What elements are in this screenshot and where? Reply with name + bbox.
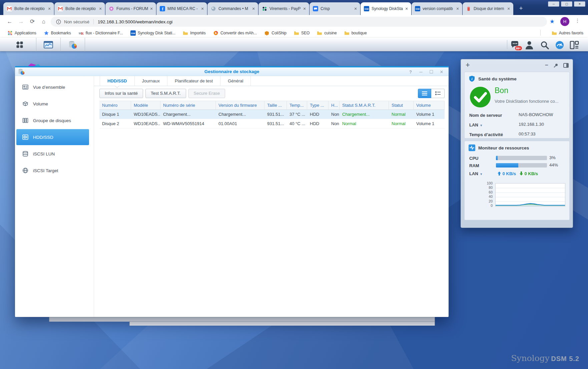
detail-view-button[interactable]: [431, 89, 445, 98]
tab-close-icon[interactable]: ✕: [200, 6, 205, 11]
other-bookmarks-button[interactable]: Autres favoris: [552, 28, 583, 38]
bookmark-0[interactable]: Applications: [7, 30, 36, 36]
sidebar-item-iscsi-target[interactable]: iSCSI Target: [15, 162, 94, 179]
url-field[interactable]: Non sécurisé 192.168.1.30:5000/webman/in…: [51, 17, 547, 27]
minimize-icon[interactable]: ─: [419, 69, 423, 74]
home-icon[interactable]: ⌂: [39, 17, 48, 26]
column-header[interactable]: Numéro de série: [160, 101, 216, 109]
chrome-menu-icon[interactable]: ⋮: [575, 18, 580, 24]
browser-tab-9[interactable]: Disque dur intern ✕: [463, 2, 513, 15]
lan-dropdown-icon[interactable]: ▼: [480, 172, 483, 176]
reload-icon[interactable]: ⟳: [28, 17, 37, 26]
security-label[interactable]: Non sécurisé: [64, 19, 89, 24]
bookmark-9[interactable]: boutique: [344, 30, 367, 36]
widget-panel-minimize-icon[interactable]: −: [545, 62, 548, 69]
new-tab-button[interactable]: +: [516, 4, 526, 13]
infos-sur-la-sant--button[interactable]: Infos sur la santé: [99, 89, 143, 98]
column-header[interactable]: Type ...: [307, 101, 329, 109]
column-header[interactable]: Temp...: [287, 101, 307, 109]
resource-monitor-widget[interactable]: Moniteur de ressources CPU 3% RAM 44% LA…: [464, 141, 570, 220]
tab-close-icon[interactable]: ✕: [47, 6, 52, 11]
bookmark-7[interactable]: SEO: [294, 30, 310, 36]
back-icon[interactable]: ←: [5, 17, 14, 26]
column-header[interactable]: Modèle: [131, 101, 160, 109]
browser-tab-1[interactable]: Boîte de réceptio ✕: [54, 2, 105, 15]
window-title-bar[interactable]: Gestionnaire de stockage ? ─ ☐ ✕: [15, 67, 449, 76]
tab-close-icon[interactable]: ✕: [302, 6, 307, 11]
tab-close-icon[interactable]: ✕: [455, 6, 460, 11]
lan-label: LAN: [469, 171, 478, 176]
column-header[interactable]: Statut: [389, 101, 414, 109]
profile-avatar[interactable]: H: [560, 17, 569, 26]
storage-tab-journaux[interactable]: Journaux: [135, 76, 167, 86]
tab-close-icon[interactable]: ✕: [251, 6, 256, 11]
bookmark-4[interactable]: Importés: [183, 30, 206, 36]
browser-close-button[interactable]: ✕: [574, 1, 585, 7]
storage-tab-planificateur-de-test[interactable]: Planificateur de test: [167, 76, 220, 86]
column-header[interactable]: Volume: [414, 101, 445, 109]
table-row-1[interactable]: Disque 2WD10EADS...WD-WMAV5055191401.00A…: [99, 119, 445, 128]
help-icon[interactable]: ?: [408, 69, 413, 74]
main-menu-button[interactable]: [3, 38, 36, 51]
close-icon[interactable]: ✕: [439, 69, 444, 74]
browser-tab-7[interactable]: DSM Synology DiskSta ✕: [361, 2, 411, 15]
storage-manager-taskbar-button[interactable]: [61, 38, 85, 51]
widget-panel: + − i Santé du système B: [461, 59, 573, 228]
browser-tab-2[interactable]: Forums - FORUM ✕: [105, 2, 156, 15]
bookmark-5[interactable]: Convertir des mAh...: [213, 30, 257, 36]
column-header[interactable]: Version du firmware: [216, 101, 264, 109]
widget-panel-dock-icon[interactable]: [563, 63, 569, 68]
user-button[interactable]: [525, 41, 534, 49]
url-text[interactable]: 192.168.1.30:5000/webman/index.cgi: [98, 19, 172, 24]
maximize-icon[interactable]: ☐: [429, 69, 434, 74]
tab-close-icon[interactable]: ✕: [506, 6, 511, 11]
background-window-edge[interactable]: [129, 321, 435, 326]
storage-tab-g-n-ral[interactable]: Général: [220, 76, 251, 86]
background-window-edge[interactable]: [49, 317, 435, 322]
sidebar-item-vue-d-ensemble[interactable]: Vue d’ensemble: [15, 79, 94, 95]
column-header[interactable]: Statut S.M.A.R.T.: [340, 101, 389, 109]
browser-tab-3[interactable]: f MINI MECA RC - ✕: [156, 2, 207, 15]
column-header[interactable]: Taille ...: [264, 101, 287, 109]
browser-minimize-button[interactable]: ─: [548, 1, 559, 7]
tab-close-icon[interactable]: ✕: [353, 6, 358, 11]
column-header[interactable]: H...: [329, 101, 340, 109]
column-header[interactable]: Numéro: [99, 101, 131, 109]
forward-icon[interactable]: →: [17, 17, 25, 26]
list-view-button[interactable]: [418, 89, 431, 98]
bookmark-star-icon[interactable]: ★: [550, 18, 555, 25]
secure-erase-button[interactable]: Secure Erase: [188, 89, 225, 98]
system-health-widget[interactable]: i Santé du système Bon Votre DiskStation…: [464, 72, 570, 138]
cpu-value: 3%: [549, 155, 556, 160]
browser-maximize-button[interactable]: ▢: [561, 1, 572, 7]
sidebar-item-iscsi-lun[interactable]: iSCSI LUN: [15, 145, 94, 162]
bookmark-8[interactable]: cuisine: [317, 30, 337, 36]
lan-dropdown-icon[interactable]: ▼: [480, 124, 483, 127]
browser-tab-4[interactable]: Commandes • M ✕: [207, 2, 258, 15]
test-s-m-a-r-t--button[interactable]: Test S.M.A.R.T.: [145, 89, 186, 98]
browser-tab-6[interactable]: Crisp ✕: [310, 2, 360, 15]
sidebar-item-volume[interactable]: Volume: [15, 95, 94, 112]
sidebar-item-groupe-de-disques[interactable]: Groupe de disques: [15, 112, 94, 129]
search-button[interactable]: [540, 41, 549, 49]
bookmark-2[interactable]: wRflux - Dictionnaire F...: [78, 30, 123, 36]
tab-close-icon[interactable]: ✕: [149, 6, 154, 11]
sidebar-item-hdd-ssd[interactable]: HDD/SSD: [16, 129, 89, 145]
widgets-button[interactable]: [570, 41, 578, 49]
browser-tab-8[interactable]: DSM version compatib ✕: [412, 2, 462, 15]
browser-tab-5[interactable]: Virements - PayP ✕: [258, 2, 309, 15]
bookmark-3[interactable]: DSMSynology Disk Stati...: [130, 30, 175, 36]
tab-close-icon[interactable]: ✕: [98, 6, 103, 11]
browser-tab-0[interactable]: Boîte de réceptio ✕: [3, 2, 54, 15]
resource-monitor-taskbar-button[interactable]: [36, 38, 61, 51]
bookmark-1[interactable]: Bookmarks: [44, 30, 71, 36]
storage-tab-hdd-ssd[interactable]: HDD/SSD: [100, 76, 135, 86]
add-widget-button[interactable]: +: [466, 61, 470, 69]
pilot-view-button[interactable]: [555, 41, 564, 49]
tab-close-icon[interactable]: ✕: [404, 6, 409, 11]
table-cell: 01.00A01: [216, 119, 264, 128]
widget-panel-pin-icon[interactable]: [553, 63, 558, 68]
chat-button[interactable]: 99+: [511, 41, 519, 49]
bookmark-6[interactable]: ColiShip: [264, 30, 286, 36]
table-row-0[interactable]: Disque 1WD10EADS...Chargement...Chargeme…: [99, 110, 445, 119]
